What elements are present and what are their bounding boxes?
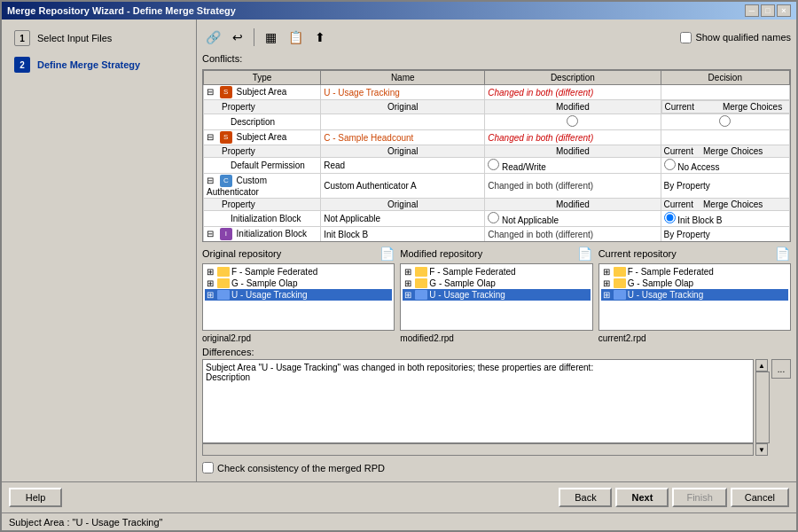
tree-item-selected[interactable]: ⊞ U - Usage Tracking [205, 289, 392, 301]
header-name: Name [321, 71, 485, 85]
tree-expand-icon[interactable]: ⊞ [207, 267, 217, 277]
expand-icon[interactable]: ⊟ [207, 176, 217, 185]
radio-modified[interactable] [567, 115, 578, 127]
tree-item[interactable]: ⊞ G - Sample Olap [403, 278, 590, 289]
original-repo-tree[interactable]: ⊞ F - Sample Federated ⊞ G - Sample Olap… [202, 263, 395, 331]
current-repo-tree[interactable]: ⊞ F - Sample Federated ⊞ G - Sample Olap… [598, 263, 791, 331]
consistency-checkbox[interactable] [202, 462, 214, 473]
tree-item[interactable]: ⊞ G - Sample Olap [205, 278, 392, 289]
folder-icon [217, 290, 230, 300]
tree-expand-icon[interactable]: ⊞ [603, 267, 614, 277]
radio-modified[interactable] [488, 212, 499, 223]
differences-line2: Description [206, 372, 750, 382]
differences-text[interactable]: Subject Area "U - Usage Tracking" was ch… [202, 359, 754, 443]
cell-original: Not Applicable [321, 211, 485, 227]
radio-current[interactable] [664, 159, 676, 170]
subheader-property: Property [204, 242, 321, 243]
scrollbar-down-btn[interactable]: ▼ [755, 443, 768, 456]
vertical-scrollbar[interactable]: ▲ ▼ [755, 359, 770, 456]
cell-name: Init Block B [321, 227, 485, 242]
conflicts-table: Type Name Description Decision ⊟ S [203, 70, 790, 242]
table-row: Property Original Modified Current Merge… [204, 145, 790, 158]
tree-expand-icon[interactable]: ⊞ [404, 290, 415, 300]
cell-type-text: Initialization Block [237, 229, 307, 239]
content-area: 🔗 ↩ ▦ 📋 ⬆ Show qualified names [197, 20, 796, 481]
consistency-label: Check consistency of the merged RPD [217, 463, 385, 473]
radio-modified[interactable] [488, 159, 499, 170]
help-button[interactable]: Help [9, 488, 62, 507]
folder-icon [614, 278, 626, 288]
subheader-property: Property [204, 145, 321, 158]
cell-current: Init Block B [661, 211, 789, 227]
maximize-button[interactable]: □ [761, 4, 775, 17]
tree-expand-icon[interactable]: ⊞ [404, 267, 415, 277]
differences-content: Subject Area "U - Usage Tracking" was ch… [202, 359, 791, 456]
bottom-bar: Help Back Next Finish Cancel [2, 481, 796, 512]
scrollbar-up-btn[interactable]: ▲ [755, 359, 768, 372]
folder-icon [217, 267, 230, 277]
subheader-current: Current Merge Choices [661, 199, 789, 211]
minimize-button[interactable]: ─ [745, 4, 759, 17]
next-button[interactable]: Next [615, 488, 669, 507]
tree-item[interactable]: ⊞ G - Sample Olap [601, 278, 788, 289]
step-2-item[interactable]: 2 Define Merge Strategy [9, 53, 189, 76]
tree-item-label: G - Sample Olap [628, 278, 693, 288]
original-repo-btn[interactable]: 📄 [379, 246, 395, 262]
tree-item-label: U - Usage Tracking [628, 290, 704, 300]
tree-expand-icon[interactable]: ⊞ [207, 278, 217, 288]
modified-repo-tree[interactable]: ⊞ F - Sample Federated ⊞ G - Sample Olap… [400, 263, 592, 331]
status-bar: Subject Area : "U - Usage Tracking" [2, 512, 796, 530]
close-button[interactable]: × [777, 4, 791, 17]
subheader-modified: Modified [485, 199, 661, 211]
toolbar-btn-4[interactable]: 📋 [285, 27, 306, 47]
subheader-current-merge: Current Merge Choices [661, 100, 790, 113]
subheader-property: Property [204, 100, 321, 114]
subheader-property: Property [204, 199, 321, 211]
step-1-item[interactable]: 1 Select Input Files [9, 27, 189, 50]
radio-current[interactable] [719, 115, 731, 127]
toolbar-btn-3[interactable]: ▦ [260, 27, 281, 47]
cell-modified [485, 114, 661, 130]
modified-repo-filename: modified2.rpd [400, 333, 592, 343]
ellipsis-button[interactable]: ... [771, 359, 791, 379]
modified-repo-btn[interactable]: 📄 [577, 246, 593, 262]
subject-area-icon: S [220, 86, 232, 98]
subheader-current: Current Merge Choices [661, 242, 789, 243]
expand-icon[interactable]: ⊟ [207, 87, 217, 97]
arrow-icon: ⬆ [315, 30, 325, 44]
expand-icon[interactable]: ⊟ [207, 229, 217, 239]
original-repo-header: Original repository 📄 [202, 246, 395, 262]
horizontal-scrollbar[interactable] [202, 443, 754, 456]
tree-item-selected[interactable]: ⊞ U - Usage Tracking [403, 289, 590, 301]
cell-name: U - Usage Tracking [321, 85, 485, 100]
table-row: Description [204, 114, 790, 130]
tree-item[interactable]: ⊞ F - Sample Federated [601, 266, 788, 278]
cell-decision: By Property [661, 174, 789, 199]
cell-name: Custom Authenticator A [321, 174, 485, 199]
tree-item[interactable]: ⊞ F - Sample Federated [205, 266, 392, 278]
back-button[interactable]: Back [559, 488, 612, 507]
grid-icon: ▦ [265, 30, 277, 44]
current-repo-btn[interactable]: 📄 [775, 246, 791, 262]
cell-desc: Changed in both (different) [485, 227, 661, 242]
tree-expand-icon[interactable]: ⊞ [207, 290, 217, 300]
cell-type-text: Subject Area [237, 132, 287, 142]
show-qualified-checkbox[interactable] [680, 32, 692, 43]
window-title: Merge Repository Wizard - Define Merge S… [7, 5, 236, 16]
tree-expand-icon[interactable]: ⊞ [404, 278, 415, 288]
toolbar-btn-1[interactable]: 🔗 [202, 27, 223, 47]
tree-item-selected[interactable]: ⊞ U - Usage Tracking [601, 289, 788, 301]
cancel-button[interactable]: Cancel [731, 488, 789, 507]
toolbar-btn-5[interactable]: ⬆ [309, 27, 331, 47]
expand-icon[interactable]: ⊟ [207, 132, 217, 142]
folder-icon [415, 278, 427, 288]
tree-expand-icon[interactable]: ⊞ [603, 278, 614, 288]
cell-type: ⊟ S Subject Area [204, 85, 321, 100]
folder-icon [415, 290, 427, 300]
conflicts-table-wrapper: Type Name Description Decision ⊟ S [202, 69, 791, 242]
tree-item[interactable]: ⊞ F - Sample Federated [403, 266, 590, 278]
tree-expand-icon[interactable]: ⊞ [603, 290, 614, 300]
radio-current[interactable] [664, 212, 676, 223]
finish-button[interactable]: Finish [672, 488, 726, 507]
toolbar-btn-2[interactable]: ↩ [227, 27, 248, 47]
